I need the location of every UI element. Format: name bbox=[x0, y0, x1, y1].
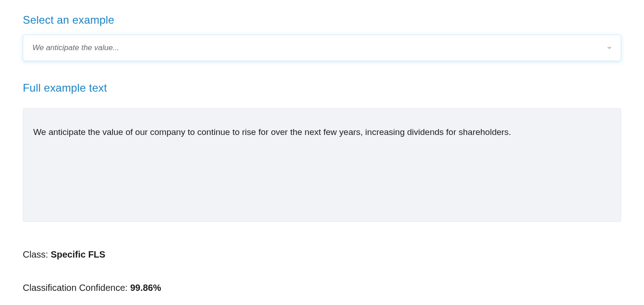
example-text-box: We anticipate the value of our company t… bbox=[23, 108, 621, 222]
example-text-content: We anticipate the value of our company t… bbox=[33, 126, 611, 139]
confidence-result: Classification Confidence: 99.86% bbox=[23, 283, 621, 293]
full-example-text-heading: Full example text bbox=[23, 82, 621, 94]
confidence-label: Classification Confidence: bbox=[23, 283, 130, 293]
dropdown-selected-text: We anticipate the value... bbox=[32, 43, 119, 52]
example-dropdown[interactable]: We anticipate the value... bbox=[23, 35, 621, 61]
class-value: Specific FLS bbox=[51, 249, 105, 259]
confidence-value: 99.86% bbox=[130, 283, 161, 293]
chevron-down-icon bbox=[607, 47, 612, 49]
select-example-heading: Select an example bbox=[23, 14, 621, 26]
class-result: Class: Specific FLS bbox=[23, 249, 621, 260]
class-label: Class: bbox=[23, 249, 51, 259]
